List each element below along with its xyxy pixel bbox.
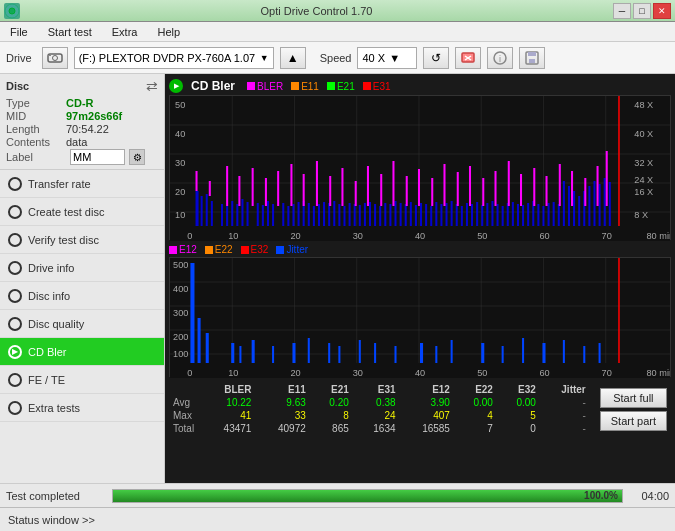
- close-button[interactable]: ✕: [653, 3, 671, 19]
- svg-rect-194: [338, 346, 340, 363]
- clear-button[interactable]: [455, 47, 481, 69]
- sidebar-item-extra-tests[interactable]: Extra tests: [0, 394, 164, 422]
- sidebar-label-extra-tests: Extra tests: [28, 402, 80, 414]
- disc-contents-value: data: [66, 136, 87, 148]
- sidebar-item-disc-info[interactable]: Disc info: [0, 282, 164, 310]
- sidebar-item-cd-bler[interactable]: ▶ CD Bler: [0, 338, 164, 366]
- drive-icon-btn[interactable]: [42, 47, 68, 69]
- stats-header-e22: E22: [456, 383, 499, 396]
- svg-rect-100: [522, 205, 524, 226]
- info-button[interactable]: i: [487, 47, 513, 69]
- svg-rect-137: [443, 164, 445, 206]
- menu-help[interactable]: Help: [151, 25, 186, 39]
- sidebar-item-drive-info[interactable]: Drive info: [0, 254, 164, 282]
- svg-rect-45: [231, 201, 233, 226]
- svg-rect-98: [512, 202, 514, 226]
- svg-text:10: 10: [228, 368, 238, 378]
- svg-rect-87: [456, 204, 458, 226]
- minimize-button[interactable]: ─: [613, 3, 631, 19]
- svg-rect-89: [466, 203, 468, 226]
- svg-rect-56: [298, 202, 300, 226]
- sidebar-item-fe-te[interactable]: FE / TE: [0, 366, 164, 394]
- menu-start-test[interactable]: Start test: [42, 25, 98, 39]
- svg-rect-123: [265, 178, 267, 206]
- svg-rect-39: [196, 191, 199, 226]
- svg-text:32 X: 32 X: [634, 158, 653, 168]
- status-window-label[interactable]: Status window >>: [8, 514, 95, 526]
- svg-rect-86: [451, 201, 453, 226]
- svg-rect-49: [257, 203, 259, 226]
- sidebar-item-transfer-rate[interactable]: Transfer rate: [0, 170, 164, 198]
- svg-point-1: [9, 8, 15, 14]
- svg-rect-62: [328, 203, 330, 226]
- svg-text:30: 30: [175, 158, 185, 168]
- stats-section: BLER E11 E21 E31 E12 E22 E32 Jitter Avg: [165, 379, 675, 439]
- main-layout: Disc ⇄ Type CD-R MID 97m26s66f Length 70…: [0, 74, 675, 483]
- disc-label-label: Label: [6, 151, 66, 163]
- legend-e11-label: E11: [301, 81, 319, 92]
- svg-rect-150: [606, 151, 608, 206]
- disc-label-input[interactable]: [70, 149, 125, 165]
- svg-text:50: 50: [477, 368, 487, 378]
- svg-text:70: 70: [602, 231, 612, 241]
- chart2-svg: 500 400 300 200 100 0 10 20 30 40 50 60 …: [170, 258, 670, 378]
- sidebar-item-disc-quality[interactable]: Disc quality: [0, 310, 164, 338]
- svg-rect-129: [341, 168, 343, 206]
- menu-extra[interactable]: Extra: [106, 25, 144, 39]
- svg-rect-73: [384, 203, 386, 226]
- svg-rect-71: [374, 204, 376, 226]
- svg-rect-85: [446, 203, 448, 226]
- legend2-e32-label: E32: [251, 244, 269, 255]
- stats-total-e21: 865: [312, 422, 355, 435]
- stats-avg-jitter: -: [542, 396, 592, 409]
- sidebar-label-cd-bler: CD Bler: [28, 346, 67, 358]
- svg-rect-95: [497, 204, 499, 226]
- legend-e11-dot: [291, 82, 299, 90]
- svg-rect-60: [318, 204, 320, 226]
- create-test-disc-icon: [8, 205, 22, 219]
- stats-max-e22: 4: [456, 409, 499, 422]
- drive-select[interactable]: (F:) PLEXTOR DVDR PX-760A 1.07 ▼: [74, 47, 274, 69]
- svg-rect-122: [252, 168, 254, 206]
- refresh-button[interactable]: ↺: [423, 47, 449, 69]
- sidebar-label-fe-te: FE / TE: [28, 374, 65, 386]
- svg-rect-11: [528, 52, 536, 56]
- svg-rect-80: [420, 203, 422, 226]
- svg-rect-65: [343, 206, 345, 226]
- svg-text:8 X: 8 X: [634, 210, 648, 220]
- svg-text:60: 60: [539, 368, 549, 378]
- svg-rect-140: [482, 178, 484, 206]
- sidebar-item-create-test-disc[interactable]: Create test disc: [0, 198, 164, 226]
- svg-rect-133: [392, 161, 394, 206]
- svg-rect-59: [313, 206, 315, 226]
- svg-rect-42: [211, 201, 213, 226]
- svg-rect-54: [287, 206, 289, 226]
- save-button[interactable]: [519, 47, 545, 69]
- menu-file[interactable]: File: [4, 25, 34, 39]
- disc-mid-label: MID: [6, 110, 66, 122]
- svg-rect-107: [558, 204, 560, 226]
- svg-rect-74: [389, 204, 391, 226]
- sidebar-item-verify-test-disc[interactable]: Verify test disc: [0, 226, 164, 254]
- title-bar: Opti Drive Control 1.70 ─ □ ✕: [0, 0, 675, 22]
- svg-rect-75: [394, 201, 396, 226]
- svg-rect-48: [247, 202, 249, 226]
- sidebar-menu: Transfer rate Create test disc Verify te…: [0, 170, 164, 483]
- status-text: Test completed: [6, 490, 106, 502]
- eject-button[interactable]: ▲: [280, 47, 306, 69]
- legend-bler-label: BLER: [257, 81, 283, 92]
- disc-label-gear-icon[interactable]: ⚙: [129, 149, 145, 165]
- svg-rect-104: [542, 206, 544, 226]
- start-part-button[interactable]: Start part: [600, 411, 667, 431]
- svg-rect-132: [380, 174, 382, 206]
- svg-rect-58: [308, 203, 310, 226]
- disc-refresh-icon[interactable]: ⇄: [146, 78, 158, 94]
- speed-select[interactable]: 40 X ▼: [357, 47, 417, 69]
- progress-bar-container: 100.0%: [112, 489, 623, 503]
- maximize-button[interactable]: □: [633, 3, 651, 19]
- svg-rect-199: [435, 346, 437, 363]
- legend-e31-dot: [363, 82, 371, 90]
- svg-rect-186: [206, 333, 209, 363]
- svg-rect-118: [196, 171, 198, 191]
- start-full-button[interactable]: Start full: [600, 388, 667, 408]
